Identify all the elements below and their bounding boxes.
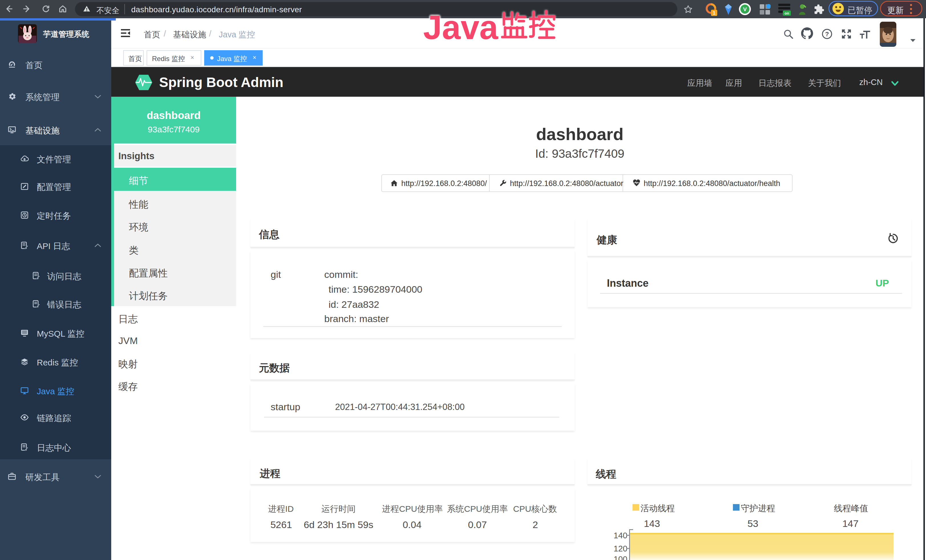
svg-text:1: 1 (713, 10, 715, 16)
svg-text:V: V (743, 6, 747, 12)
svg-text:on: on (785, 11, 789, 15)
svg-text:?: ? (825, 30, 829, 38)
